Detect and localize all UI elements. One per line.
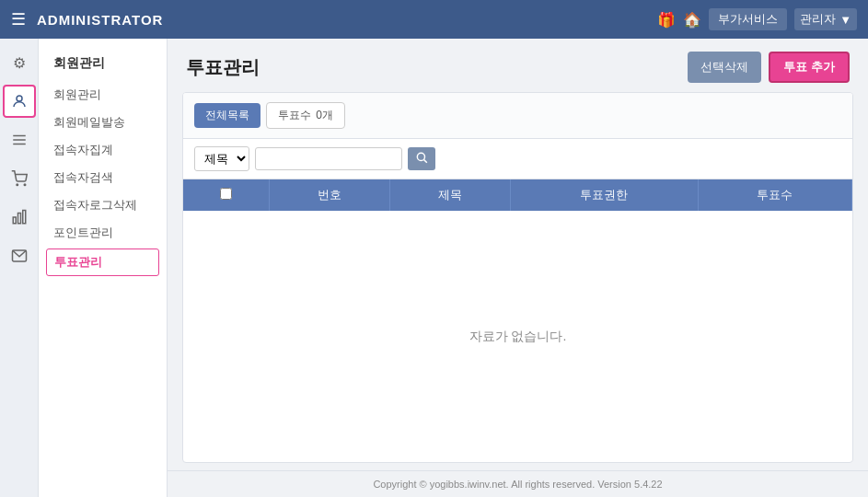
content-area: 투표관리 선택삭제 투표 추가 전체목록 투표수 0개 제목	[168, 39, 868, 497]
col-checkbox	[183, 179, 269, 211]
sidebar-icon-cart[interactable]	[3, 162, 36, 195]
admin-label: 관리자	[800, 11, 836, 28]
data-table: 번호 제목 투표권한 투표수	[183, 179, 852, 211]
sidebar-icon-list[interactable]	[3, 123, 36, 156]
table-toolbar: 전체목록 투표수 0개	[183, 93, 852, 139]
add-vote-button[interactable]: 투표 추가	[769, 52, 850, 83]
sidebar-section-title: 회원관리	[39, 50, 167, 81]
dropdown-arrow-icon: ▼	[839, 13, 851, 27]
col-vote-count: 투표수	[698, 179, 851, 211]
top-nav: ☰ ADMINISTRATOR 🎁 🏠 부가서비스 관리자 ▼	[0, 0, 868, 39]
page-title: 투표관리	[186, 55, 260, 80]
sidebar-icons: ⚙	[0, 39, 39, 497]
all-list-tab[interactable]: 전체목록	[194, 103, 260, 128]
sidebar-item-access-search[interactable]: 접속자검색	[39, 164, 167, 191]
svg-point-10	[417, 153, 424, 160]
search-field-select[interactable]: 제목	[194, 146, 249, 171]
top-nav-right: 🎁 🏠 부가서비스 관리자 ▼	[657, 8, 857, 30]
sidebar-item-member-management[interactable]: 회원관리	[39, 81, 167, 109]
table-header: 번호 제목 투표권한 투표수	[183, 179, 852, 211]
header-buttons: 선택삭제 투표 추가	[688, 52, 850, 83]
content-header: 투표관리 선택삭제 투표 추가	[168, 39, 868, 92]
main-layout: ⚙	[0, 39, 868, 497]
sidebar-icon-settings[interactable]: ⚙	[3, 46, 36, 79]
sidebar-menu: 회원관리 회원관리 회원메일발송 접속자집계 접속자검색 접속자로그삭제 포인트…	[39, 39, 168, 497]
svg-rect-8	[22, 211, 25, 224]
table-container: 전체목록 투표수 0개 제목	[182, 92, 853, 463]
svg-point-4	[17, 184, 18, 186]
table-header-row: 번호 제목 투표권한 투표수	[183, 179, 852, 211]
delete-selected-button[interactable]: 선택삭제	[688, 52, 761, 83]
svg-point-0	[17, 96, 22, 101]
sidebar-item-member-email[interactable]: 회원메일발송	[39, 109, 167, 136]
search-input[interactable]	[255, 147, 402, 170]
sidebar-icon-mail[interactable]	[3, 239, 36, 272]
select-all-checkbox[interactable]	[220, 188, 232, 200]
sidebar-item-access-stats[interactable]: 접속자집계	[39, 136, 167, 164]
svg-rect-7	[17, 214, 20, 224]
svg-line-11	[424, 160, 427, 163]
sidebar-item-point-management[interactable]: 포인트관리	[39, 219, 167, 247]
copyright-text: Copyright © yogibbs.iwinv.net. All right…	[373, 479, 662, 490]
col-number: 번호	[269, 179, 389, 211]
home-icon[interactable]: 🏠	[683, 11, 701, 29]
col-title: 제목	[389, 179, 510, 211]
vote-count-tab[interactable]: 투표수 0개	[266, 102, 345, 129]
svg-point-5	[24, 184, 26, 186]
footer: Copyright © yogibbs.iwinv.net. All right…	[168, 470, 868, 497]
sidebar-item-access-log-delete[interactable]: 접속자로그삭제	[39, 191, 167, 219]
top-nav-left: ☰ ADMINISTRATOR	[11, 9, 163, 29]
vote-count-badge: 0개	[316, 109, 333, 121]
search-row: 제목	[183, 139, 852, 179]
col-vote-permission: 투표권한	[511, 179, 699, 211]
empty-message: 자료가 없습니다.	[183, 211, 852, 462]
hamburger-icon[interactable]: ☰	[11, 9, 26, 29]
sidebar-item-vote-management[interactable]: 투표관리	[46, 248, 159, 276]
search-button[interactable]	[408, 147, 435, 170]
gift-icon[interactable]: 🎁	[657, 11, 676, 29]
admin-dropdown[interactable]: 관리자 ▼	[794, 8, 857, 30]
search-icon	[415, 151, 428, 164]
app-title: ADMINISTRATOR	[37, 12, 163, 28]
sidebar-icon-chart[interactable]	[3, 201, 36, 234]
vote-count-label: 투표수	[278, 109, 311, 121]
extra-service-button[interactable]: 부가서비스	[709, 8, 787, 30]
sidebar-icon-user[interactable]	[3, 85, 36, 118]
svg-rect-6	[13, 217, 16, 224]
